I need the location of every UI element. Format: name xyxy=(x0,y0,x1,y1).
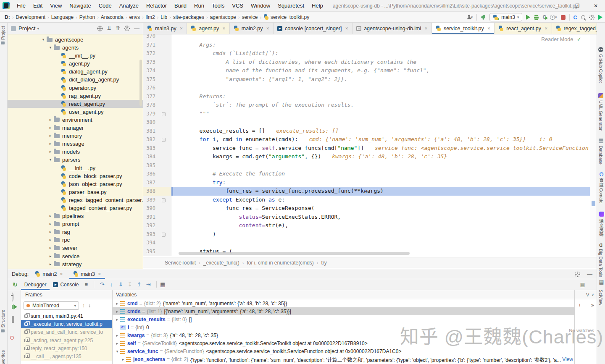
menu-item-window[interactable]: Window xyxy=(247,0,274,12)
menu-item-file[interactable]: File xyxy=(13,0,29,12)
editor-breadcrumb-item[interactable]: _execute_func() xyxy=(203,260,239,266)
fold-marker[interactable] xyxy=(158,110,169,118)
code-line[interactable]: 374 name of the function and its argumen… xyxy=(143,66,590,75)
tree-item[interactable]: user_agent.py xyxy=(8,108,143,116)
collaborate-icon[interactable]: ▾ xyxy=(467,15,473,20)
stripe-button-uml[interactable]: UML Generator xyxy=(598,93,603,131)
collapse-all-icon[interactable]: ⇈ xyxy=(116,26,120,31)
chevron-right-icon[interactable]: ▸ xyxy=(114,317,120,322)
tab-debugger[interactable]: Debugger xyxy=(21,279,50,290)
breadcrumb-item[interactable]: Language xyxy=(51,14,74,20)
variable-row[interactable]: ▸cmds={list: 1}[{'name': 'sum_num', 'arg… xyxy=(113,307,574,315)
menu-item-build[interactable]: Build xyxy=(171,0,190,12)
code-line[interactable]: 386 # Execute the function xyxy=(143,170,590,178)
tree-item[interactable]: ▸rpc xyxy=(8,236,143,244)
menu-item-vcs[interactable]: VCS xyxy=(228,0,247,12)
tree-item[interactable]: tagged_content_parser.py xyxy=(8,204,143,212)
wrench-icon[interactable] xyxy=(12,293,13,301)
stripe-button-lingma[interactable]: 通义灵码 xyxy=(598,212,605,236)
breadcrumb-item[interactable]: llm2 xyxy=(145,14,155,20)
code-line[interactable]: 394 xyxy=(143,238,590,247)
close-icon[interactable]: ✕ xyxy=(487,26,491,31)
variable-row[interactable]: ▾service_func={ServiceFunction}<agentsco… xyxy=(113,348,574,356)
code-line[interactable]: 389 except Exception as e: xyxy=(143,196,590,204)
close-button[interactable]: ✕ xyxy=(587,0,605,12)
project-panel-title[interactable]: Project xyxy=(18,25,35,31)
run-to-cursor-icon[interactable]: ⇥ xyxy=(144,281,153,288)
tree-item[interactable]: ▾agentscope xyxy=(8,36,143,44)
close-icon[interactable]: ✕ xyxy=(98,272,101,276)
close-icon[interactable]: ✕ xyxy=(424,26,428,31)
code-line[interactable]: 383 service_func = self.service_funcs[cm… xyxy=(143,144,590,153)
editor-breadcrumb-item[interactable]: try xyxy=(321,260,327,266)
frame-row[interactable]: parse_and_call_func, service_to xyxy=(21,328,112,336)
chevron-down-icon[interactable]: ▾ xyxy=(47,156,54,164)
editor-tab[interactable]: service_toolkit.py✕ xyxy=(432,23,495,34)
evaluate-expression-icon[interactable]: ▦ xyxy=(160,282,165,288)
breadcrumb-item[interactable]: agentscope xyxy=(210,14,237,20)
code-line[interactable]: 377 Returns: xyxy=(143,92,590,101)
coverage-run-icon[interactable]: C xyxy=(542,15,546,20)
menu-item-navigate[interactable]: Navigate xyxy=(66,0,95,12)
tree-item[interactable]: react_agent.py xyxy=(8,100,143,108)
layout-menu-icon[interactable]: ≡ xyxy=(84,282,88,288)
breadcrumb-item[interactable]: site-packages xyxy=(173,14,205,20)
frame-row[interactable]: __call__, agent.py:135 xyxy=(21,352,112,360)
debug-tab[interactable]: main2✕ xyxy=(31,269,67,279)
tree-item[interactable]: ▸prompt xyxy=(8,220,143,228)
chevron-right-icon[interactable]: ▸ xyxy=(47,212,54,220)
favorites-stripe-button[interactable]: ★Favorites xyxy=(0,350,5,364)
variable-row[interactable]: ▸cmd={dict: 2}{'name': 'sum_num', 'argum… xyxy=(113,299,574,307)
grid-icon[interactable]: ▦ xyxy=(598,279,604,285)
close-icon[interactable]: ✕ xyxy=(60,272,63,276)
editor-horizontal-scrollbar[interactable] xyxy=(179,252,410,255)
search-everywhere-icon[interactable] xyxy=(581,15,585,19)
arrow-up-icon[interactable]: ↑ xyxy=(82,303,85,309)
thread-selector[interactable]: MainThread ▾ xyxy=(24,301,79,310)
stop-button[interactable] xyxy=(561,15,566,20)
tree-item[interactable]: ▸memory xyxy=(8,132,143,140)
tree-item[interactable]: ▸server xyxy=(8,244,143,252)
more-actions-icon[interactable]: » xyxy=(591,302,594,308)
editor-tab[interactable]: ▶console [concert_singer]✕ xyxy=(274,23,352,34)
code-line[interactable]: 384 kwargs = cmd.get("arguments", {})kwa… xyxy=(143,152,590,161)
force-step-into-icon[interactable]: ⇓ xyxy=(116,281,125,288)
add-watch-button[interactable]: + xyxy=(578,302,581,308)
chevron-right-icon[interactable]: ▸ xyxy=(47,260,54,268)
breadcrumb-item[interactable]: service xyxy=(241,14,258,20)
editor-tab[interactable]: main3.py✕ xyxy=(143,23,187,34)
tree-item[interactable]: operator.py xyxy=(8,84,143,92)
close-icon[interactable]: ✕ xyxy=(266,26,270,31)
reader-mode-toggle[interactable]: Reader Mode ✓ xyxy=(541,36,581,42)
step-into-icon[interactable]: ↓ xyxy=(107,281,116,288)
frame-row[interactable]: reply, react_agent.py:150 xyxy=(21,344,112,352)
code-line[interactable]: 381 execute_results = []execute_results:… xyxy=(143,127,590,136)
code-line[interactable]: 388 func_res = service_func.processed_fu… xyxy=(143,187,590,196)
profiler-clock-icon[interactable]: ▾ xyxy=(550,15,557,20)
view-link[interactable]: View xyxy=(562,356,574,362)
tab-overflow-chevron-icon[interactable]: ⌄ xyxy=(592,26,595,30)
hide-panel-icon[interactable]: — xyxy=(587,271,592,277)
step-out-icon[interactable]: ↥ xyxy=(134,281,144,288)
tree-item[interactable]: ▸rag xyxy=(8,228,143,236)
close-icon[interactable]: ✕ xyxy=(222,26,226,31)
chevron-down-icon[interactable]: ▾ xyxy=(37,26,39,31)
breadcrumb-drive[interactable]: D: xyxy=(4,14,11,20)
editor-breadcrumb-item[interactable]: ServiceToolkit xyxy=(165,260,196,266)
tree-item[interactable]: ▸environment xyxy=(8,116,143,124)
chevron-right-icon[interactable]: ▸ xyxy=(47,228,54,236)
editor-tab[interactable]: agentscope-using-db.iml✕ xyxy=(352,23,432,34)
menu-item-edit[interactable]: Edit xyxy=(29,0,46,12)
code-line[interactable]: 393 ) xyxy=(143,230,590,239)
locate-file-icon[interactable] xyxy=(97,26,103,31)
stripe-button-copilot[interactable]: GitHub Copilot xyxy=(598,47,603,83)
editor-tab[interactable]: react_agent.py✕ xyxy=(495,23,552,34)
breadcrumb-item[interactable]: envs xyxy=(129,14,140,20)
menu-item-squaretest[interactable]: Squaretest xyxy=(274,0,308,12)
code-line[interactable]: 391 status=ServiceExecStatus.ERROR, xyxy=(143,213,590,222)
code-line[interactable]: 373 A list of dictionaries, where each d… xyxy=(143,58,590,67)
sciview-stripe-button[interactable]: SciView xyxy=(598,290,603,305)
chevron-down-icon[interactable]: ▾ xyxy=(40,36,47,44)
chevron-down-icon[interactable]: ▾ xyxy=(47,44,54,52)
code-line[interactable]: 379 """ xyxy=(143,110,590,118)
